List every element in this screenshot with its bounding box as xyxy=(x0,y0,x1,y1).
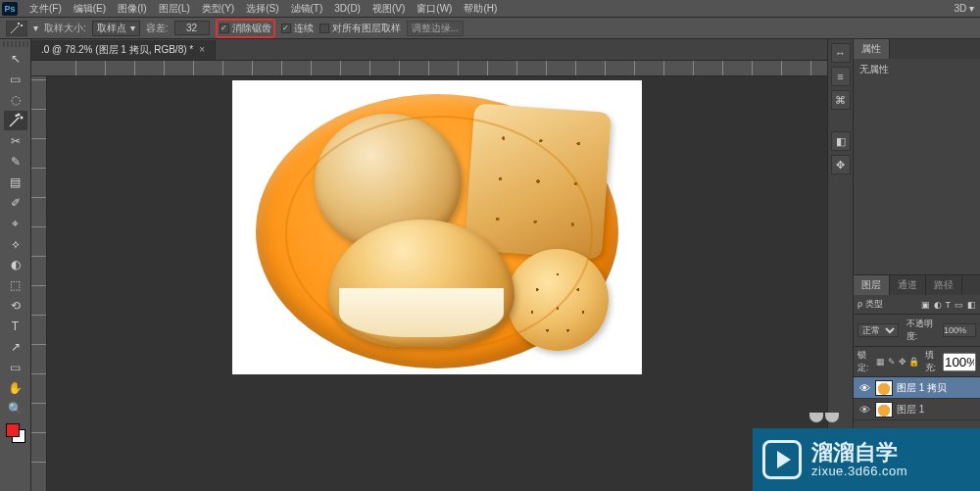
document-tab[interactable]: .0 @ 78.2% (图层 1 拷贝, RGB/8) * × xyxy=(31,40,216,60)
lock-paint-icon[interactable]: ✎ xyxy=(888,357,896,367)
foreground-color[interactable] xyxy=(6,423,20,437)
color-swatch[interactable] xyxy=(6,423,25,443)
document-title: .0 @ 78.2% (图层 1 拷贝, RGB/8) * xyxy=(41,43,193,57)
tool-preset-picker[interactable] xyxy=(6,21,27,36)
lock-pos-icon[interactable]: ✥ xyxy=(899,357,906,367)
dock-button-3[interactable]: ⌘ xyxy=(831,90,851,110)
properties-tab[interactable]: 属性 xyxy=(854,39,890,59)
chevron-down-icon: ▾ xyxy=(130,23,135,33)
blend-mode-select[interactable]: 正常 xyxy=(858,323,899,337)
dock-button-2[interactable]: ≡ xyxy=(831,67,851,86)
magic-wand-tool[interactable] xyxy=(4,111,27,130)
sample-size-label: 取样大小: xyxy=(44,22,86,35)
properties-body: 无属性 xyxy=(854,59,980,274)
canvas-viewport[interactable] xyxy=(47,76,827,491)
dock-button-4[interactable]: ◧ xyxy=(831,131,851,151)
filter-shape-icon[interactable]: ▭ xyxy=(955,300,963,310)
menu-3d[interactable]: 3D(D) xyxy=(328,1,367,16)
properties-panel: 属性 无属性 xyxy=(854,39,980,275)
image-split-bun xyxy=(328,220,514,347)
app-logo: Ps xyxy=(2,2,18,16)
zoom-tool[interactable]: 🔍 xyxy=(4,399,27,418)
menu-file[interactable]: 文件(F) xyxy=(24,0,68,18)
layers-tab[interactable]: 图层 xyxy=(854,275,890,295)
menu-view[interactable]: 视图(V) xyxy=(367,0,411,18)
antialias-checkbox[interactable]: ✓消除锯齿 xyxy=(220,22,271,35)
marquee-tool[interactable]: ▭ xyxy=(4,70,27,89)
gradient-tool[interactable]: ⬚ xyxy=(4,275,27,295)
path-select-tool[interactable]: ↗ xyxy=(4,337,27,357)
refine-edge-button[interactable]: 调整边缘... xyxy=(407,21,464,36)
layer-name[interactable]: 图层 1 拷贝 xyxy=(897,381,947,395)
dock-button-5[interactable]: ✥ xyxy=(831,155,851,174)
lock-all-icon[interactable]: 🔒 xyxy=(909,357,919,367)
stamp-tool[interactable]: ⌖ xyxy=(4,214,27,233)
menu-select[interactable]: 选择(S) xyxy=(240,0,284,18)
eyedropper-tool[interactable]: ✎ xyxy=(4,152,27,172)
lock-trans-icon[interactable]: ▦ xyxy=(876,357,885,367)
filter-smart-icon[interactable]: ◧ xyxy=(967,300,976,310)
canvas[interactable] xyxy=(232,80,642,374)
layer-list: 👁 图层 1 拷贝 👁 图层 1 xyxy=(854,377,980,420)
all-layers-checkbox[interactable]: 对所有图层取样 xyxy=(319,22,401,35)
magic-wand-icon xyxy=(8,113,24,128)
eraser-tool[interactable]: ◐ xyxy=(4,255,27,274)
sample-size-select[interactable]: 取样点▾ xyxy=(92,21,140,36)
menu-filter[interactable]: 滤镜(T) xyxy=(285,0,329,18)
layer-thumb[interactable] xyxy=(875,402,893,417)
layer-row[interactable]: 👁 图层 1 xyxy=(854,399,980,420)
move-tool[interactable]: ↖ xyxy=(4,49,27,69)
paths-tab[interactable]: 路径 xyxy=(926,275,962,295)
workspace-switcher[interactable]: 3D ▾ xyxy=(948,1,980,16)
hand-tool[interactable]: ✋ xyxy=(4,378,27,398)
magic-wand-icon xyxy=(10,23,24,34)
image-square-cracker xyxy=(465,103,612,259)
kind-filter-label: ρ 类型 xyxy=(858,298,883,311)
image-plate xyxy=(256,94,618,368)
dock-button-1[interactable]: ↔ xyxy=(831,43,851,63)
menu-type[interactable]: 类型(Y) xyxy=(196,0,240,18)
healing-tool[interactable]: ▤ xyxy=(4,172,27,192)
document-area: .0 @ 78.2% (图层 1 拷贝, RGB/8) * × xyxy=(31,39,827,491)
tolerance-label: 容差: xyxy=(146,22,169,35)
crop-tool[interactable]: ✂ xyxy=(4,131,27,151)
filter-pict-icon[interactable]: ▣ xyxy=(921,300,930,310)
tolerance-input[interactable] xyxy=(174,21,210,35)
opacity-input[interactable] xyxy=(943,323,976,337)
watermark-url: zixue.3d66.com xyxy=(811,465,907,478)
antialias-label: 消除锯齿 xyxy=(232,22,271,35)
filter-type-icon[interactable]: T xyxy=(946,300,952,310)
fill-input[interactable] xyxy=(943,353,976,371)
menu-help[interactable]: 帮助(H) xyxy=(458,0,503,18)
close-icon[interactable]: × xyxy=(199,44,205,55)
menu-window[interactable]: 窗口(W) xyxy=(411,0,458,18)
image-round-bun xyxy=(315,114,462,251)
blur-tool[interactable]: ⟲ xyxy=(4,296,27,316)
lock-label: 锁定: xyxy=(858,349,873,374)
options-bar: ▾ 取样大小: 取样点▾ 容差: ✓消除锯齿 ✓连续 对所有图层取样 调整边缘.… xyxy=(0,18,980,39)
contiguous-label: 连续 xyxy=(294,22,314,35)
layer-row[interactable]: 👁 图层 1 拷贝 xyxy=(854,377,980,399)
contiguous-checkbox[interactable]: ✓连续 xyxy=(281,22,314,35)
brush-tool[interactable]: ✐ xyxy=(4,193,27,213)
right-panels: 属性 无属性 图层 通道 路径 ρ 类型 ▣ ◐ T ▭ ◧ 正常 不 xyxy=(853,39,980,491)
horizontal-ruler[interactable] xyxy=(31,61,827,76)
filter-adj-icon[interactable]: ◐ xyxy=(934,300,942,310)
menu-image[interactable]: 图像(I) xyxy=(112,0,152,18)
channels-tab[interactable]: 通道 xyxy=(890,275,926,295)
antialias-highlight: ✓消除锯齿 xyxy=(216,19,275,38)
shape-tool[interactable]: ▭ xyxy=(4,358,27,377)
visibility-toggle[interactable]: 👁 xyxy=(858,382,871,394)
toolbox-grip[interactable] xyxy=(3,41,28,47)
history-brush-tool[interactable]: ⟡ xyxy=(4,234,27,254)
menu-edit[interactable]: 编辑(E) xyxy=(68,0,112,18)
lasso-tool[interactable]: ◌ xyxy=(4,90,27,110)
layer-thumb[interactable] xyxy=(875,380,893,396)
menu-layer[interactable]: 图层(L) xyxy=(153,0,196,18)
watermark-brand: 溜溜自学 xyxy=(811,441,907,465)
fill-label: 填充: xyxy=(925,349,941,374)
visibility-toggle[interactable]: 👁 xyxy=(858,404,871,416)
layer-name[interactable]: 图层 1 xyxy=(897,403,924,417)
type-tool[interactable]: T xyxy=(4,317,27,336)
vertical-ruler[interactable] xyxy=(31,76,47,491)
